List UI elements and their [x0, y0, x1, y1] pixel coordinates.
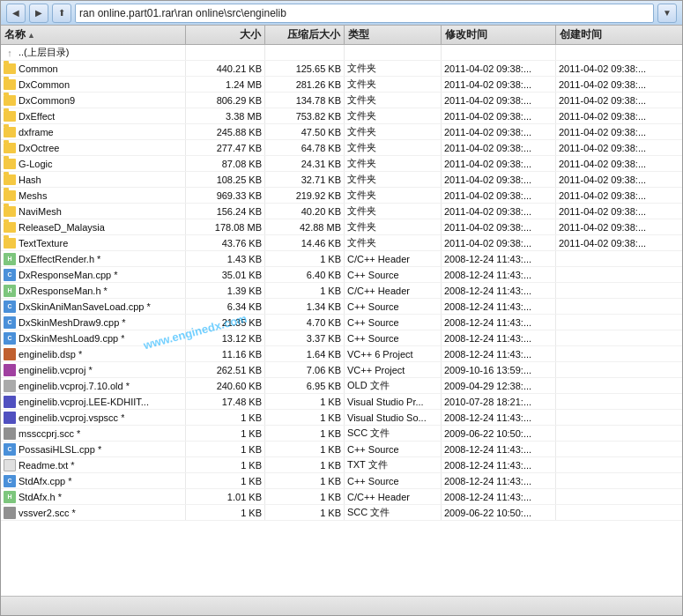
- col-header-size[interactable]: 大小: [186, 26, 265, 44]
- file-size: 6.34 KB: [227, 301, 262, 312]
- cell-name: C DxSkinMeshLoad9.cpp *: [1, 330, 186, 345]
- col-header-type[interactable]: 类型: [345, 26, 442, 44]
- cell-size: 1 KB: [186, 505, 265, 520]
- cell-size: 156.24 KB: [186, 204, 265, 219]
- table-row[interactable]: ReleaseD_Malaysia 178.08 MB 42.88 MB 文件夹…: [1, 219, 682, 235]
- file-type: C/C++ Header: [347, 286, 410, 296]
- cell-mtime: 2008-12-24 11:43:...: [442, 457, 556, 472]
- file-type: 文件夹: [347, 157, 376, 170]
- table-row[interactable]: C PossasiHLSL.cpp * 1 KB 1 KB C++ Source…: [1, 442, 682, 457]
- file-ctime: 2011-04-02 09:38:...: [559, 111, 646, 122]
- file-size: 262.51 KB: [217, 365, 262, 375]
- table-row[interactable]: C DxResponseMan.cpp * 35.01 KB 6.40 KB C…: [1, 267, 682, 283]
- cpp-file-icon: C: [4, 269, 16, 281]
- cell-ctime: [556, 505, 662, 520]
- cell-mtime: 2008-12-24 11:43:...: [442, 299, 556, 314]
- table-row[interactable]: dxframe 245.88 KB 47.50 KB 文件夹 2011-04-0…: [1, 124, 682, 140]
- file-type: 文件夹: [347, 78, 376, 91]
- table-row[interactable]: NaviMesh 156.24 KB 40.20 KB 文件夹 2011-04-…: [1, 204, 682, 219]
- folder-icon: [4, 174, 16, 185]
- file-size: 1 KB: [241, 428, 262, 439]
- cell-size: 1 KB: [186, 473, 265, 488]
- file-csize: 24.31 KB: [301, 159, 341, 169]
- col-header-name[interactable]: 名称 ▲: [1, 26, 186, 44]
- table-row[interactable]: enginelib.dsp * 11.16 KB 1.64 KB VC++ 6 …: [1, 346, 682, 362]
- table-row[interactable]: DxCommon9 806.29 KB 134.78 KB 文件夹 2011-0…: [1, 93, 682, 108]
- table-row[interactable]: vssver2.scc * 1 KB 1 KB SCC 文件 2009-06-2…: [1, 505, 682, 521]
- table-row[interactable]: H DxEffectRender.h * 1.43 KB 1 KB C/C++ …: [1, 251, 682, 267]
- cell-name: Hash: [1, 172, 186, 187]
- table-row[interactable]: Common 440.21 KB 125.65 KB 文件夹 2011-04-0…: [1, 61, 682, 77]
- table-row[interactable]: ↑ ..(上层目录): [1, 45, 682, 61]
- back-button[interactable]: ◀: [6, 4, 26, 23]
- cell-type: 文件夹: [345, 235, 442, 250]
- cell-mtime: 2011-04-02 09:38:...: [442, 235, 556, 250]
- file-name: DxOctree: [19, 143, 59, 153]
- table-row[interactable]: G-Logic 87.08 KB 24.31 KB 文件夹 2011-04-02…: [1, 156, 682, 172]
- table-row[interactable]: DxCommon 1.24 MB 281.26 KB 文件夹 2011-04-0…: [1, 77, 682, 93]
- file-csize: 1.34 KB: [307, 301, 341, 312]
- file-mtime: 2008-12-24 11:43:...: [444, 412, 531, 423]
- file-name: ..(上层目录): [19, 46, 69, 59]
- col-header-ctime[interactable]: 创建时间: [556, 26, 662, 44]
- table-row[interactable]: enginelib.vcproj * 262.51 KB 7.06 KB VC+…: [1, 362, 682, 378]
- file-mtime: 2008-12-24 11:43:...: [444, 460, 531, 471]
- cell-csize: 281.26 KB: [265, 77, 345, 92]
- file-size: 43.76 KB: [222, 238, 262, 249]
- table-row[interactable]: C DxSkinMeshDraw9.cpp * 21.35 KB 4.70 KB…: [1, 315, 682, 330]
- dropdown-button[interactable]: ▼: [657, 4, 677, 23]
- file-name: DxResponseMan.h *: [19, 286, 108, 296]
- file-mtime: 2008-12-24 11:43:...: [444, 476, 531, 486]
- table-row[interactable]: enginelib.vcproj.vspscc * 1 KB 1 KB Visu…: [1, 410, 682, 426]
- cell-ctime: [556, 267, 662, 282]
- table-row[interactable]: enginelib.vcproj.7.10.old * 240.60 KB 6.…: [1, 378, 682, 394]
- forward-button[interactable]: ▶: [29, 4, 48, 23]
- cell-type: C++ Source: [345, 267, 442, 282]
- cell-ctime: 2011-04-02 09:38:...: [556, 235, 662, 250]
- cell-type: SCC 文件: [345, 505, 442, 520]
- file-ctime: 2011-04-02 09:38:...: [559, 190, 646, 201]
- table-row[interactable]: C DxSkinMeshLoad9.cpp * 13.12 KB 3.37 KB…: [1, 330, 682, 346]
- file-ctime: 2011-04-02 09:38:...: [559, 95, 646, 106]
- table-row[interactable]: C DxSkinAniManSaveLoad.cpp * 6.34 KB 1.3…: [1, 299, 682, 315]
- col-header-mtime[interactable]: 修改时间: [442, 26, 556, 44]
- cpp-file-icon: C: [4, 443, 16, 456]
- cell-ctime: [556, 346, 662, 361]
- table-row[interactable]: Hash 108.25 KB 32.71 KB 文件夹 2011-04-02 0…: [1, 172, 682, 188]
- table-row[interactable]: Meshs 969.33 KB 219.92 KB 文件夹 2011-04-02…: [1, 188, 682, 204]
- table-row[interactable]: TextTexture 43.76 KB 14.46 KB 文件夹 2011-0…: [1, 235, 682, 251]
- cell-mtime: 2008-12-24 11:43:...: [442, 442, 556, 456]
- path-bar[interactable]: ran online.part01.rar\ran online\src\eng…: [75, 4, 654, 23]
- cell-ctime: [556, 426, 662, 441]
- up-button[interactable]: ⬆: [52, 4, 71, 23]
- sort-arrow-name: ▲: [27, 31, 35, 40]
- file-name: Hash: [19, 174, 41, 185]
- file-name: dxframe: [19, 127, 54, 137]
- cell-mtime: 2011-04-02 09:38:...: [442, 219, 556, 234]
- header-file-icon: H: [4, 253, 16, 265]
- cell-ctime: 2011-04-02 09:38:...: [556, 188, 662, 203]
- table-row[interactable]: C StdAfx.cpp * 1 KB 1 KB C++ Source 2008…: [1, 473, 682, 489]
- file-csize: 1 KB: [320, 492, 341, 502]
- cell-name: Readme.txt *: [1, 457, 186, 472]
- title-bar: ◀ ▶ ⬆ ran online.part01.rar\ran online\s…: [1, 1, 682, 26]
- file-size: 806.29 KB: [217, 95, 262, 106]
- table-row[interactable]: DxEffect 3.38 MB 753.82 KB 文件夹 2011-04-0…: [1, 108, 682, 124]
- table-row[interactable]: Readme.txt * 1 KB 1 KB TXT 文件 2008-12-24…: [1, 457, 682, 473]
- table-row[interactable]: mssccprj.scc * 1 KB 1 KB SCC 文件 2009-06-…: [1, 426, 682, 442]
- file-list[interactable]: ↑ ..(上层目录) Common 440.21 KB 125.65 KB: [1, 45, 682, 596]
- file-type: 文件夹: [347, 109, 376, 122]
- dsp-file-icon: [4, 348, 16, 360]
- col-header-csize[interactable]: 压缩后大小: [265, 26, 345, 44]
- file-csize: 281.26 KB: [296, 79, 341, 90]
- file-type: Visual Studio Pr...: [347, 397, 424, 407]
- cpp-file-icon: C: [4, 316, 16, 329]
- cpp-file-icon: C: [4, 475, 16, 487]
- file-type: Visual Studio So...: [347, 412, 427, 423]
- cell-csize: 753.82 KB: [265, 108, 345, 123]
- table-row[interactable]: DxOctree 277.47 KB 64.78 KB 文件夹 2011-04-…: [1, 140, 682, 156]
- table-row[interactable]: enginelib.vcproj.LEE-KDHIIT... 17.48 KB …: [1, 394, 682, 410]
- table-row[interactable]: H DxResponseMan.h * 1.39 KB 1 KB C/C++ H…: [1, 283, 682, 299]
- cell-size: 1.01 KB: [186, 489, 265, 504]
- table-row[interactable]: H StdAfx.h * 1.01 KB 1 KB C/C++ Header 2…: [1, 489, 682, 505]
